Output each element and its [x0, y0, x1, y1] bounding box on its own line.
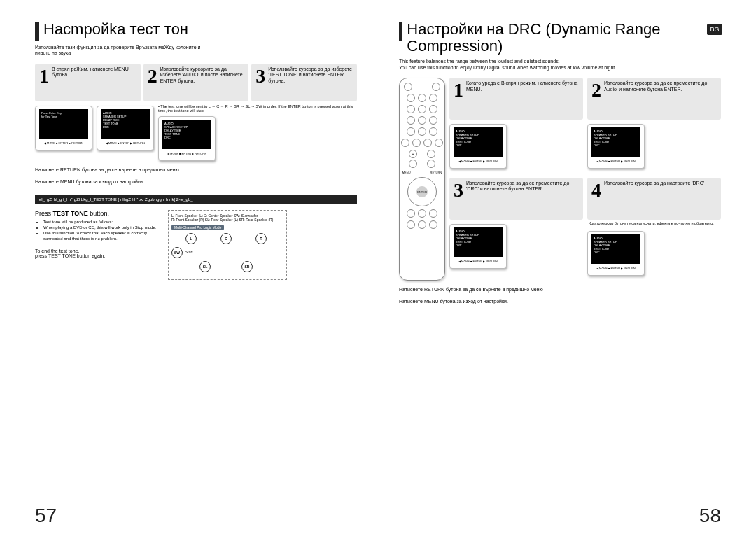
screen-thumb: AUDIO SPEAKER SETUP DELAY TIME TEST TONE…: [97, 106, 154, 150]
remote-num-0: [418, 127, 426, 136]
vol-down-icon: −: [409, 160, 417, 168]
screen-content: AUDIO SPEAKER SETUP DELAY TIME TEST TONE…: [454, 127, 503, 157]
remote-num-9: [429, 116, 438, 125]
step-1: 1 В спрял реЖим, натиснете MENU бутона.: [35, 64, 141, 101]
remote-btn: [412, 139, 421, 147]
remote-btn: [407, 209, 415, 218]
end-line2: press TEST TONE button again.: [35, 253, 161, 258]
step-num: 1: [39, 66, 49, 86]
remote-num-6: [429, 105, 438, 113]
bullet: Use this function to check that each spe…: [43, 231, 161, 242]
screen-footer: ◀ MOVE ■ ENTER ▶ RETURN: [588, 267, 644, 270]
menu-label: MENU: [402, 171, 411, 174]
speaker-legend: L: Front Speaker (L) C: Center Speaker S…: [172, 213, 284, 222]
screen-content: AUDIO SPEAKER SETUP DELAY TIME TEST TONE…: [592, 127, 640, 157]
remote-num-1: [407, 94, 415, 102]
screen-content: AUDIO SPEAKER SETUP DELAY TIME TEST TONE…: [592, 234, 640, 264]
screen-content: AUDIO SPEAKER SETUP DELAY TIME TEST TONE…: [101, 109, 150, 139]
remote-btn: [424, 139, 432, 147]
screen-thumb: AUDIO SPEAKER SETUP DELAY TIME TEST TONE…: [587, 231, 645, 276]
ch-down-icon: [427, 160, 435, 168]
remote-num-2: [418, 94, 426, 102]
step-2: 2 Използвайте курсорите за да изберете '…: [144, 64, 249, 101]
step-text: Използвайте курсора за да настроите 'DRC…: [604, 181, 704, 186]
nav-ring: ENTER: [407, 177, 437, 206]
step-3: 3 Използвайте курсора за да изберете 'TE…: [251, 64, 357, 101]
screen-thumb: AUDIO SPEAKER SETUP DELAY TIME TEST TONE…: [158, 116, 216, 161]
step-num: 3: [255, 66, 265, 86]
page-title-left: Насmройka тест тон: [43, 21, 188, 38]
spk-l: L: [186, 233, 197, 244]
step-text: Когато уреда е В спрян режим, натиснете …: [466, 80, 579, 92]
screen-thumb: AUDIO SPEAKER SETUP DELAY TIME TEST TONE…: [449, 224, 507, 269]
intro-text-right: This feature balances the range between …: [399, 59, 721, 71]
step-num: 2: [592, 80, 601, 100]
right-steps-grid: 1 Когато уреда е В спрян режим, натиснет…: [449, 78, 721, 281]
return-note1-r: Натиснете RETURN бутона за да се върнете…: [399, 286, 721, 293]
remote-num-7: [407, 116, 415, 125]
spk-r: R: [255, 233, 267, 244]
remote-btn: [418, 209, 426, 218]
return-note2: Натиснете MENU бутона за изход от настро…: [35, 178, 357, 185]
step-text: Използвайте курсора за да изберете 'TEST…: [268, 66, 353, 84]
page-number: 58: [699, 505, 721, 527]
step-num: 3: [454, 181, 463, 200]
step-text: В спрял реЖим, натиснете MENU бутона.: [52, 66, 136, 78]
small-note: Когато курсор бутоните са натиснати, ефе…: [587, 220, 721, 227]
screen-content: AUDIO SPEAKER SETUP DELAY TIME TEST TONE…: [162, 120, 211, 149]
screen-thumb: AUDIO SPEAKER SETUP DELAY TIME TEST TONE…: [587, 124, 645, 169]
page-title-right: Настройки на DRC (Dynamic Range Compress…: [407, 21, 721, 55]
remote-btn: [432, 83, 440, 91]
remote-num-5: [418, 105, 426, 113]
return-label: RETURN: [430, 171, 442, 174]
remote-btn: [407, 127, 415, 136]
screen-footer: ◀ MOVE ■ ENTER ▶ RETURN: [450, 260, 506, 263]
remote-num-3: [429, 94, 438, 102]
lang-badge: BG: [707, 24, 722, 35]
press-bullets: Test tone will be produced as follows: W…: [43, 220, 161, 241]
rstep-3: 3 Използвайте курсора за да се преместит…: [449, 178, 583, 281]
start-label: Start: [186, 250, 193, 254]
bullet: When playing a DVD or CD, this will work…: [43, 225, 161, 231]
press-main: Press TEST TONE button.: [35, 210, 161, 217]
screen-footer: ◀ MOVE ■ ENTER ▶ RETURN: [159, 152, 215, 155]
page-number: 57: [35, 505, 57, 527]
black-bar: el_j gZl bl_g f_l h^ gZl bkg_l_TEST TONE…: [35, 195, 357, 204]
rstep-2: 2 Използвайте курсора за да се преместит…: [587, 78, 721, 174]
spk-sw: SW: [172, 247, 183, 258]
remote-num-8: [418, 116, 426, 125]
remote-control: +− MENURETURN ENTER: [399, 78, 445, 281]
bottom-row: Press TEST TONE button. Test tone will b…: [35, 210, 357, 280]
manual-spread: Насmройka тест тон Използвайте тази функ…: [0, 0, 756, 534]
title-accent: [35, 22, 39, 41]
rstep-4: 4 Използвайте курсора за да настроите 'D…: [587, 178, 721, 281]
step-text: Използвайте курсорите за да изберете 'AU…: [160, 66, 245, 84]
remote-btn: [401, 139, 410, 147]
rstep-1: 1 Когато уреда е В спрян режим, натиснет…: [449, 78, 583, 174]
screen-thumb: AUDIO SPEAKER SETUP DELAY TIME TEST TONE…: [449, 124, 507, 169]
screen-content: Press Enter Key for Test Tone: [39, 109, 88, 139]
remote-btn: [429, 127, 438, 136]
remote-btn: [404, 83, 412, 91]
right-columns: +− MENURETURN ENTER 1 Когато уреда е В с…: [399, 78, 721, 281]
remote-btn: [418, 220, 426, 229]
remote-btn: [407, 220, 415, 229]
screen-thumbs: Press Enter Key for Test Tone ◀ MOVE ■ E…: [35, 106, 154, 150]
step-num: 2: [148, 66, 158, 86]
step-text: Използвайте курсора за да се преместите …: [466, 181, 579, 192]
step-num: 1: [454, 80, 463, 100]
step3-note: • The test tone will be sent to L → C → …: [158, 104, 357, 113]
return-note1: Натиснете RETURN бутона за да се върнете…: [35, 167, 357, 173]
page-58: Настройки на DRC (Dynamic Range Compress…: [378, 0, 756, 534]
page-57: Насmройka тест тон Използвайте тази функ…: [0, 0, 378, 534]
vol-up-icon: +: [409, 150, 417, 158]
multichannel-label: Multi-Channel Pro Logic Mode: [172, 225, 224, 230]
remote-num-4: [407, 105, 415, 113]
step-text: Използвайте курсора за да се преместите …: [604, 80, 717, 92]
screen-footer: ◀ MOVE ■ ENTER ▶ RETURN: [97, 141, 153, 145]
spk-sl: SL: [200, 261, 211, 272]
spk-sr: SR: [241, 261, 253, 272]
press-section: Press TEST TONE button. Test tone will b…: [35, 210, 161, 280]
remote-btn: [429, 220, 438, 229]
screen-footer: ◀ MOVE ■ ENTER ▶ RETURN: [588, 160, 644, 163]
